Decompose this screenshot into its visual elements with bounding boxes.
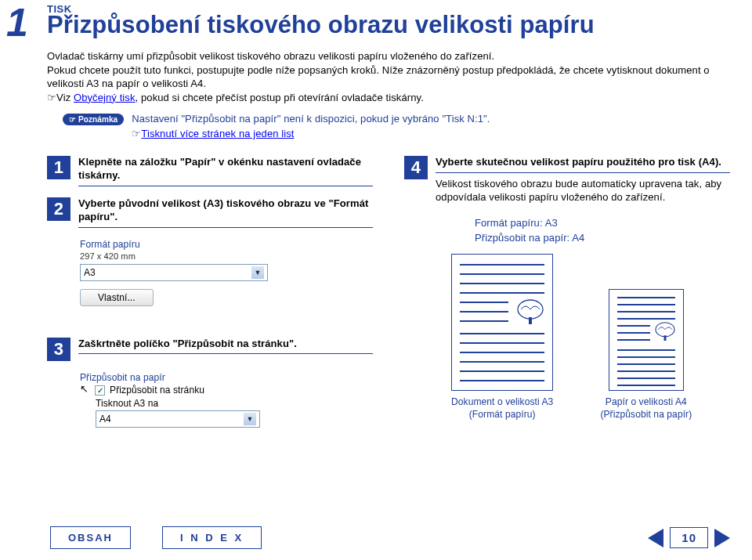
step-1: 1 Klepněte na záložku "Papír" v okénku n…	[47, 156, 373, 186]
svg-rect-3	[663, 335, 666, 341]
intro-text-3b: , pokud si chcete přečíst postup při ote…	[136, 92, 424, 103]
step-3: 3 Zaškrtněte políčko "Přizpůsobit na str…	[47, 338, 373, 361]
step-divider	[78, 353, 373, 354]
doc-a3: Dokument o velikosti A3 (Formát papíru)	[451, 254, 553, 421]
paper-format-panel: Formát papíru 297 x 420 mm A3 ▼ Vlastní.…	[80, 239, 291, 306]
step-divider	[436, 172, 730, 173]
link-basic-print[interactable]: Obyčejný tisk	[74, 92, 136, 103]
prev-page-button[interactable]	[648, 529, 663, 547]
intro-line-1: Ovladač tiskárny umí přizpůsobit velikos…	[47, 49, 730, 63]
a4-sheet-icon	[609, 289, 684, 391]
paper-dimensions: 297 x 420 mm	[80, 251, 291, 261]
step-2: 2 Vyberte původní velikost (A3) tiskovéh…	[47, 197, 373, 228]
a3-caption-1: Dokument o velikosti A3	[451, 396, 553, 407]
fit-label: Přizpůsobit na papír	[80, 372, 276, 383]
left-column: 1 Klepněte na záložku "Papír" v okénku n…	[47, 156, 373, 435]
fit-checkbox-label: Přizpůsobit na stránku	[110, 385, 204, 396]
intro-block: Ovladač tiskárny umí přizpůsobit velikos…	[47, 49, 730, 104]
a4-caption-1: Papír o velikosti A4	[606, 396, 687, 407]
step-3-text: Zaškrtněte políčko "Přizpůsobit na strán…	[78, 338, 297, 349]
chevron-down-icon: ▼	[244, 413, 256, 425]
print-a3-on-label: Tisknout A3 na	[96, 398, 158, 409]
step-number: 4	[404, 156, 428, 179]
index-button[interactable]: I N D E X	[162, 526, 262, 549]
intro-line-3: ☞Viz Obyčejný tisk, pokud si chcete přeč…	[47, 91, 730, 105]
step-number: 3	[47, 338, 70, 361]
step-number: 2	[47, 197, 70, 221]
link-nup-print[interactable]: Tisknutí více stránek na jeden list	[141, 128, 294, 139]
summary-line-2: Přizpůsobit na papír: A4	[475, 230, 730, 246]
pointing-hand-icon: ☞	[132, 128, 141, 139]
paper-format-label: Formát papíru	[80, 239, 291, 250]
target-size-select[interactable]: A4 ▼	[96, 410, 260, 428]
page-number-box: 10	[670, 527, 708, 548]
note-row: Poznámka Nastavení "Přizpůsobit na papír…	[63, 112, 730, 142]
footer-nav: OBSAH I N D E X 10	[0, 526, 752, 549]
summary-info: Formát papíru: A3 Přizpůsobit na papír: …	[475, 215, 730, 246]
custom-size-button[interactable]: Vlastní...	[80, 289, 154, 306]
step-number: 1	[47, 156, 70, 179]
step-1-text: Klepněte na záložku "Papír" v okénku nas…	[78, 156, 361, 181]
page-number-heading: 1	[6, 0, 28, 45]
a3-sheet-icon	[451, 254, 553, 391]
summary-line-1: Formát papíru: A3	[475, 215, 730, 231]
step-divider	[78, 227, 373, 228]
tree-icon	[653, 321, 677, 341]
step-divider	[78, 186, 373, 186]
contents-button[interactable]: OBSAH	[50, 526, 131, 549]
cursor-icon: ↖	[80, 383, 89, 395]
page-navigator: 10	[648, 527, 730, 548]
intro-line-2: Pokud chcete použít tuto funkci, postupu…	[47, 63, 730, 91]
step-4-body: Velikost tiskového obrazu bude automatic…	[436, 178, 730, 204]
note-badge: Poznámka	[63, 114, 124, 125]
svg-rect-1	[529, 317, 532, 324]
step-4-head: Vyberte skutečnou velikost papíru použit…	[436, 156, 721, 168]
fit-to-page-panel: Přizpůsobit na papír ↖ ✓ Přizpůsobit na …	[80, 372, 276, 428]
paper-size-value: A3	[84, 267, 96, 278]
chevron-down-icon: ▼	[251, 266, 264, 279]
note-line-1: Nastavení "Přizpůsobit na papír" není k …	[132, 112, 490, 127]
doc-a4: Papír o velikosti A4 (Přizpůsobit na pap…	[600, 289, 692, 421]
a4-caption-2: (Přizpůsobit na papír)	[600, 409, 692, 420]
note-text: Nastavení "Přizpůsobit na papír" není k …	[132, 112, 490, 142]
step-4: 4 Vyberte skutečnou velikost papíru použ…	[404, 156, 730, 204]
tree-icon	[515, 298, 546, 325]
next-page-button[interactable]	[714, 529, 730, 547]
right-column: 4 Vyberte skutečnou velikost papíru použ…	[404, 156, 730, 435]
paper-size-select[interactable]: A3 ▼	[80, 264, 268, 281]
page-title: Přizpůsobení tiskového obrazu velikosti …	[47, 12, 730, 38]
fit-checkbox[interactable]: ✓	[95, 385, 105, 396]
intro-text-3a: Viz	[56, 92, 74, 103]
size-comparison: Dokument o velikosti A3 (Formát papíru)	[451, 254, 730, 421]
pointing-hand-icon: ☞	[47, 92, 56, 103]
target-size-value: A4	[99, 414, 111, 425]
step-2-text: Vyberte původní velikost (A3) tiskového …	[78, 197, 368, 222]
a3-caption-2: (Formát papíru)	[469, 409, 536, 420]
